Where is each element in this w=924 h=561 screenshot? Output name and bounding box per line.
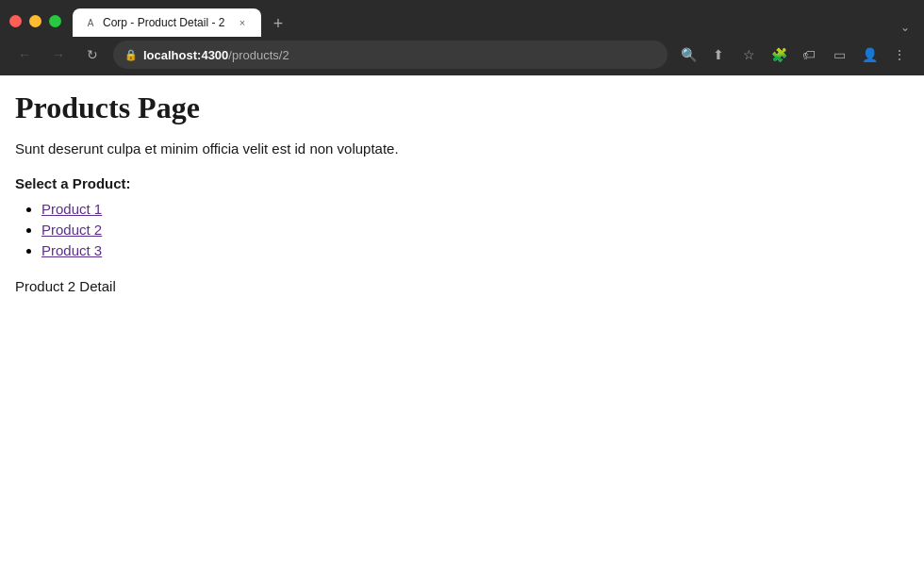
toolbar-icons: 🔍 ⬆ ☆ 🧩 🏷 ▭ 👤 ⋮ (675, 41, 913, 68)
extensions-icon[interactable]: 🧩 (766, 41, 792, 68)
minimize-window-button[interactable] (29, 15, 41, 27)
url-bar[interactable]: 🔒 localhost:4300/products/2 (113, 41, 668, 69)
list-item: Product 1 (41, 201, 909, 218)
list-item: Product 2 (41, 222, 909, 239)
url-port: :4300 (197, 48, 228, 62)
url-host: localhost (143, 48, 197, 62)
back-button[interactable]: ← (11, 41, 38, 68)
product-3-link[interactable]: Product 3 (41, 242, 102, 258)
active-tab[interactable]: A Corp - Product Detail - 2 × (73, 8, 261, 37)
browser-chrome: A Corp - Product Detail - 2 × + ⌄ ← → ↻ … (0, 0, 924, 75)
lock-icon: 🔒 (124, 49, 138, 61)
page-description: Sunt deserunt culpa et minim officia vel… (15, 140, 909, 157)
maximize-window-button[interactable] (49, 15, 61, 27)
split-view-icon[interactable]: ▭ (826, 41, 852, 68)
zoom-icon[interactable]: 🔍 (675, 41, 701, 68)
tab-bar: A Corp - Product Detail - 2 × + ⌄ (73, 5, 915, 37)
traffic-lights (9, 15, 61, 27)
page-title: Products Page (15, 91, 909, 125)
menu-icon[interactable]: ⋮ (886, 41, 913, 68)
forward-button[interactable]: → (45, 41, 72, 68)
profile-icon[interactable]: 👤 (856, 41, 883, 68)
extension-icon[interactable]: 🏷 (796, 41, 822, 68)
reload-button[interactable]: ↻ (79, 41, 106, 68)
list-item: Product 3 (41, 242, 909, 259)
product-1-link[interactable]: Product 1 (41, 201, 102, 217)
select-product-label: Select a Product: (15, 175, 909, 191)
tab-list-chevron[interactable]: ⌄ (896, 18, 915, 37)
product-detail-text: Product 2 Detail (15, 278, 909, 294)
title-bar: A Corp - Product Detail - 2 × + ⌄ (0, 0, 924, 34)
url-display: localhost:4300/products/2 (143, 48, 656, 62)
product-2-link[interactable]: Product 2 (41, 222, 102, 238)
product-list: Product 1 Product 2 Product 3 (41, 201, 909, 259)
tab-close-button[interactable]: × (235, 15, 250, 30)
address-bar: ← → ↻ 🔒 localhost:4300/products/2 🔍 ⬆ ☆ … (0, 34, 924, 75)
bookmark-icon[interactable]: ☆ (735, 41, 762, 68)
tab-favicon: A (84, 16, 97, 29)
share-icon[interactable]: ⬆ (705, 41, 732, 68)
tab-title: Corp - Product Detail - 2 (103, 16, 229, 29)
close-window-button[interactable] (9, 15, 22, 27)
page-content: Products Page Sunt deserunt culpa et min… (0, 75, 924, 561)
url-path: /products/2 (228, 48, 289, 62)
new-tab-button[interactable]: + (265, 10, 291, 37)
